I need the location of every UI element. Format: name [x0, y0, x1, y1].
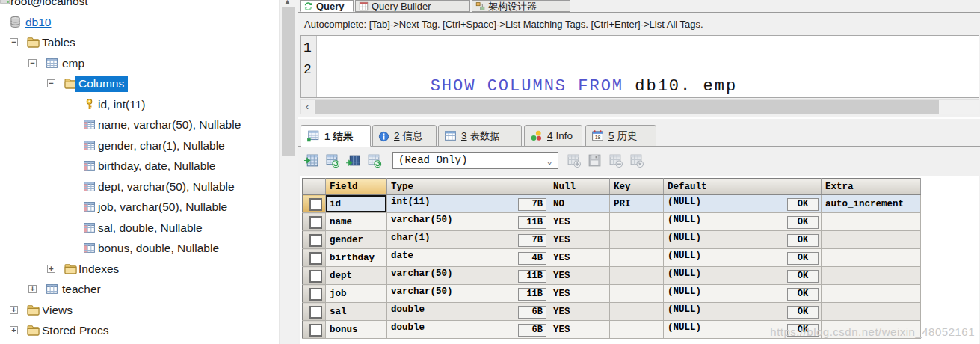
- cell-default[interactable]: OK(NULL): [664, 303, 822, 321]
- cell-type[interactable]: 6Bdouble: [387, 303, 549, 321]
- collapse-icon[interactable]: −: [10, 38, 18, 46]
- tree-item-column-id[interactable]: id, int(11): [0, 94, 279, 115]
- cell-field[interactable]: birthday: [326, 249, 387, 267]
- cell-default[interactable]: OK(NULL): [664, 231, 822, 249]
- cell-null[interactable]: YES: [549, 285, 610, 303]
- duplicate-row-button[interactable]: [323, 151, 342, 170]
- cell-type[interactable]: 11Bvarchar(50): [387, 267, 549, 285]
- cell-extra[interactable]: [822, 285, 921, 303]
- tree-item-teacher[interactable]: +teacher: [0, 279, 279, 300]
- tree-scrollbar-thumb[interactable]: [282, 7, 295, 156]
- tab-messages[interactable]: 2信息: [372, 125, 437, 147]
- cell-key[interactable]: [610, 249, 664, 267]
- cell-key[interactable]: [610, 321, 664, 339]
- cell-extra[interactable]: auto_increment: [822, 195, 921, 213]
- cell-default[interactable]: OK(NULL): [664, 195, 822, 213]
- ok-button[interactable]: OK: [787, 270, 819, 283]
- collapse-icon[interactable]: −: [47, 79, 55, 87]
- tab-result[interactable]: 1结果: [301, 125, 371, 147]
- cell-extra[interactable]: [822, 303, 921, 321]
- column-header-select[interactable]: [303, 179, 326, 195]
- row-checkbox[interactable]: [309, 252, 322, 265]
- cell-type[interactable]: 7Bint(11): [387, 195, 549, 213]
- cell-field[interactable]: dept: [326, 267, 387, 285]
- cell-extra[interactable]: [822, 213, 921, 231]
- expand-icon[interactable]: +: [10, 326, 18, 334]
- cell-key[interactable]: [610, 231, 664, 249]
- row-header[interactable]: [303, 321, 326, 339]
- save-changes-button[interactable]: [585, 151, 604, 170]
- cell-null[interactable]: YES: [549, 303, 610, 321]
- refresh-grid-button[interactable]: [365, 151, 383, 170]
- tree-item-indexes[interactable]: +Indexes: [0, 259, 279, 280]
- cell-default[interactable]: OK(NULL): [664, 213, 822, 231]
- row-checkbox[interactable]: [309, 324, 322, 337]
- tab-table-data[interactable]: 3表数据: [438, 125, 522, 147]
- cell-extra[interactable]: [822, 267, 921, 285]
- tree-item-column-bonus[interactable]: bonus, double, Nullable: [0, 238, 279, 259]
- column-header-extra[interactable]: Extra: [822, 179, 921, 195]
- cell-key[interactable]: [610, 285, 664, 303]
- tab-info[interactable]: 4Info: [524, 125, 582, 147]
- tree-item-db10[interactable]: db10: [0, 12, 279, 33]
- tab-history[interactable]: 185历史: [585, 125, 656, 147]
- row-header[interactable]: [303, 213, 326, 231]
- column-header-field[interactable]: Field: [326, 179, 387, 195]
- tree-item-root-localhost[interactable]: root@localhost: [0, 0, 279, 12]
- tree-item-views[interactable]: +Views: [0, 300, 279, 321]
- row-header[interactable]: [303, 267, 326, 285]
- row-header[interactable]: [303, 303, 326, 321]
- cell-key[interactable]: [610, 213, 664, 231]
- cell-null[interactable]: YES: [549, 267, 610, 285]
- column-header-null[interactable]: Null: [549, 179, 610, 195]
- tree-scrollbar[interactable]: ▲: [279, 0, 298, 344]
- cell-key[interactable]: PRI: [610, 195, 664, 213]
- cell-null[interactable]: YES: [549, 321, 610, 339]
- cell-extra[interactable]: [822, 231, 921, 249]
- tree-item-tables[interactable]: −Tables: [0, 32, 279, 53]
- row-header[interactable]: [303, 249, 326, 267]
- insert-row-button[interactable]: [302, 151, 321, 170]
- tree-item-column-name[interactable]: name, varchar(50), Nullable: [0, 114, 279, 135]
- row-header[interactable]: [303, 195, 326, 213]
- editor-hscrollbar-thumb[interactable]: [315, 100, 939, 114]
- expand-icon[interactable]: +: [10, 306, 18, 314]
- row-header[interactable]: [303, 285, 326, 303]
- ok-button[interactable]: OK: [787, 198, 819, 211]
- row-checkbox[interactable]: [309, 270, 322, 283]
- cell-null[interactable]: YES: [549, 231, 610, 249]
- cell-type[interactable]: 11Bvarchar(50): [387, 213, 549, 231]
- ok-button[interactable]: OK: [787, 234, 819, 247]
- cell-null[interactable]: YES: [549, 213, 610, 231]
- cell-field[interactable]: id: [326, 195, 387, 213]
- row-header[interactable]: [303, 231, 326, 249]
- editor-hscrollbar[interactable]: ‹: [300, 99, 979, 114]
- result-mode-select[interactable]: (Read Only) ⌄: [392, 152, 558, 169]
- cell-field[interactable]: bonus: [326, 321, 387, 339]
- ok-button[interactable]: OK: [787, 288, 819, 301]
- cell-field[interactable]: sal: [326, 303, 387, 321]
- tree-item-stored-procs[interactable]: +Stored Procs: [0, 320, 279, 341]
- tab-query-builder[interactable]: Query Builder: [355, 0, 470, 12]
- cell-type[interactable]: 6Bdouble: [387, 321, 549, 339]
- column-header-default[interactable]: Default: [664, 179, 822, 195]
- collapse-icon[interactable]: −: [28, 59, 37, 67]
- cell-type[interactable]: 7Bchar(1): [387, 231, 549, 249]
- row-checkbox[interactable]: [309, 198, 322, 211]
- cell-null[interactable]: NO: [549, 195, 610, 213]
- expand-icon[interactable]: +: [28, 285, 37, 293]
- tree-item-emp[interactable]: −emp: [0, 53, 279, 74]
- tree-item-column-dept[interactable]: dept, varchar(50), Nullable: [0, 176, 279, 197]
- cell-field[interactable]: gender: [326, 231, 387, 249]
- tree-item-column-birthday[interactable]: birthday, date, Nullable: [0, 156, 279, 176]
- cell-type[interactable]: 11Bvarchar(50): [387, 285, 549, 303]
- column-header-key[interactable]: Key: [610, 179, 664, 195]
- tab-query[interactable]: Query: [300, 0, 354, 12]
- tree-item-column-job[interactable]: job, varchar(50), Nullable: [0, 197, 279, 218]
- row-checkbox[interactable]: [309, 288, 322, 301]
- column-header-type[interactable]: Type: [387, 179, 549, 195]
- cell-default[interactable]: OK(NULL): [664, 249, 822, 267]
- cell-extra[interactable]: [822, 249, 921, 267]
- cell-field[interactable]: job: [326, 285, 387, 303]
- ok-button[interactable]: OK: [787, 306, 819, 319]
